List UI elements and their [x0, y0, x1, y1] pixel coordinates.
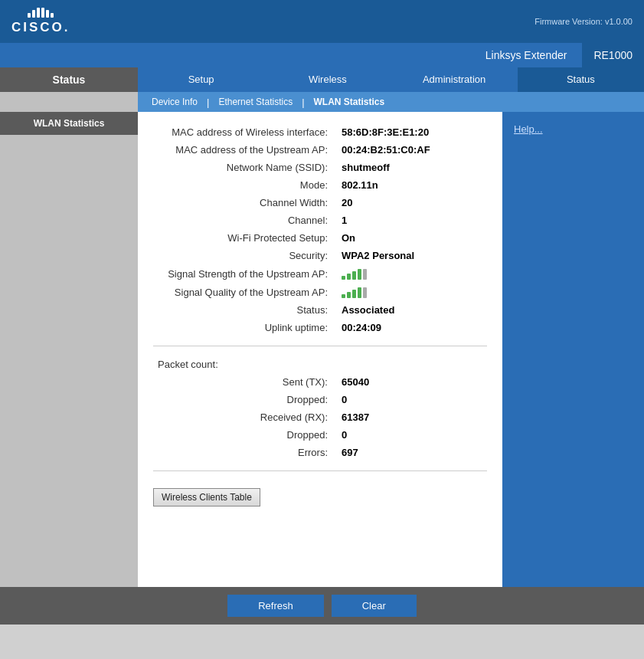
- field-value: Associated: [337, 301, 487, 319]
- field-label: Status:: [153, 301, 337, 319]
- table-row: Uplink uptime: 00:24:09: [153, 319, 487, 336]
- table-row: Status: Associated: [153, 301, 487, 319]
- field-value: On: [337, 229, 487, 247]
- divider-2: [153, 470, 487, 471]
- field-value: 61387: [337, 408, 487, 426]
- footer-bar: Refresh Clear: [0, 587, 644, 625]
- field-value: 00:24:09: [337, 319, 487, 336]
- signal-strength-bars: [337, 264, 487, 283]
- content-wrapper: WLAN Statistics MAC address of Wireless …: [0, 112, 644, 587]
- sub-tabs: Device Info | Ethernet Statistics | WLAN…: [138, 92, 644, 112]
- divider-1: [153, 346, 487, 346]
- status-section-label: Status: [0, 67, 138, 92]
- table-row: Network Name (SSID): shutmeoff: [153, 159, 487, 176]
- packet-count-table: Packet count: Sent (TX): 65040 Dropped: …: [153, 356, 487, 461]
- packet-count-label: Packet count:: [153, 356, 487, 373]
- field-label: Mode:: [153, 176, 337, 194]
- field-label: Errors:: [153, 444, 337, 461]
- field-label: MAC address of Wireless interface:: [153, 123, 337, 141]
- field-value: 20: [337, 194, 487, 211]
- cisco-logo: CISCO.: [11, 8, 70, 35]
- help-link[interactable]: Help...: [514, 123, 543, 135]
- field-value: 697: [337, 444, 487, 461]
- tab-administration[interactable]: Administration: [391, 67, 518, 92]
- sub-tab-wlan-stats[interactable]: WLAN Statistics: [308, 95, 391, 109]
- firmware-version: Firmware Version: v1.0.00: [534, 17, 633, 26]
- signal-quality-bars: [337, 283, 487, 301]
- main-nav: Status Setup Wireless Administration Sta…: [0, 67, 644, 92]
- sub-tab-sep-1: |: [204, 97, 212, 108]
- sub-tabs-bar: Device Info | Ethernet Statistics | WLAN…: [0, 92, 644, 112]
- field-label: MAC address of the Upstream AP:: [153, 141, 337, 159]
- table-row: Errors: 697: [153, 444, 487, 461]
- field-value: 0: [337, 426, 487, 444]
- field-label: Signal Strength of the Upstream AP:: [153, 264, 337, 283]
- signal-quality-row: Signal Quality of the Upstream AP:: [153, 283, 487, 301]
- main-content: MAC address of Wireless interface: 58:6D…: [138, 112, 502, 587]
- field-label: Channel Width:: [153, 194, 337, 211]
- table-row: MAC address of the Upstream AP: 00:24:B2…: [153, 141, 487, 159]
- table-row: Sent (TX): 65040: [153, 373, 487, 391]
- right-sidebar: Help...: [502, 112, 644, 587]
- table-row: Dropped: 0: [153, 391, 487, 408]
- field-label: Dropped:: [153, 426, 337, 444]
- sub-tab-device-info[interactable]: Device Info: [145, 95, 204, 109]
- left-sidebar: WLAN Statistics: [0, 112, 138, 587]
- table-row: Channel: 1: [153, 211, 487, 229]
- field-value: 00:24:B2:51:C0:AF: [337, 141, 487, 159]
- field-label: Dropped:: [153, 391, 337, 408]
- signal-strength-row: Signal Strength of the Upstream AP:: [153, 264, 487, 283]
- field-label: Sent (TX):: [153, 373, 337, 391]
- table-row: Channel Width: 20: [153, 194, 487, 211]
- table-row: Dropped: 0: [153, 426, 487, 444]
- table-row: Received (RX): 61387: [153, 408, 487, 426]
- table-row: Wi-Fi Protected Setup: On: [153, 229, 487, 247]
- field-label: Channel:: [153, 211, 337, 229]
- field-value: 1: [337, 211, 487, 229]
- nav-bar: Linksys Extender RE1000: [0, 43, 644, 67]
- tab-status[interactable]: Status: [518, 67, 644, 92]
- field-label: Wi-Fi Protected Setup:: [153, 229, 337, 247]
- field-value: 0: [337, 391, 487, 408]
- field-value: 802.11n: [337, 176, 487, 194]
- wireless-clients-button[interactable]: Wireless Clients Table: [153, 488, 260, 507]
- header: CISCO. Firmware Version: v1.0.00: [0, 0, 644, 43]
- field-label: Network Name (SSID):: [153, 159, 337, 176]
- table-row: Mode: 802.11n: [153, 176, 487, 194]
- field-value: 65040: [337, 373, 487, 391]
- field-label: Signal Quality of the Upstream AP:: [153, 283, 337, 301]
- main-tabs: Setup Wireless Administration Status: [138, 67, 644, 92]
- field-label: Uplink uptime:: [153, 319, 337, 336]
- cisco-name: CISCO.: [11, 20, 70, 35]
- table-row: MAC address of Wireless interface: 58:6D…: [153, 123, 487, 141]
- table-row: Security: WPA2 Personal: [153, 247, 487, 264]
- field-label: Received (RX):: [153, 408, 337, 426]
- sub-tab-sep-2: |: [299, 97, 307, 108]
- tab-wireless[interactable]: Wireless: [264, 67, 391, 92]
- field-value: WPA2 Personal: [337, 247, 487, 264]
- refresh-button[interactable]: Refresh: [227, 595, 324, 617]
- nav-brand: Linksys Extender: [470, 43, 583, 67]
- wlan-data-table: MAC address of Wireless interface: 58:6D…: [153, 123, 487, 336]
- clear-button[interactable]: Clear: [332, 595, 417, 617]
- field-label: Security:: [153, 247, 337, 264]
- sidebar-section-title: WLAN Statistics: [0, 112, 138, 135]
- sub-tab-ethernet-stats[interactable]: Ethernet Statistics: [212, 95, 299, 109]
- field-value: shutmeoff: [337, 159, 487, 176]
- nav-model: RE1000: [582, 43, 644, 67]
- packet-count-header-row: Packet count:: [153, 356, 487, 373]
- tab-setup[interactable]: Setup: [138, 67, 264, 92]
- field-value: 58:6D:8F:3E:E1:20: [337, 123, 487, 141]
